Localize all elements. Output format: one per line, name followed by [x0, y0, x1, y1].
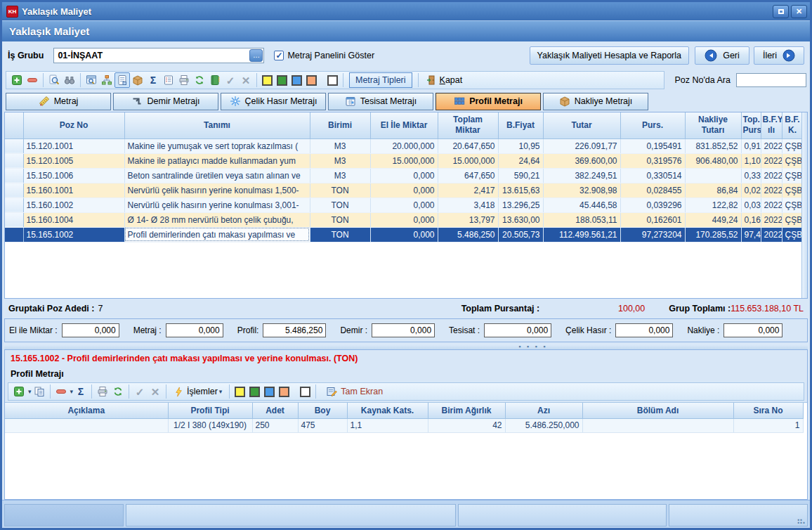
hierarchy-icon[interactable] [99, 72, 114, 88]
cell[interactable]: ÇŞB [782, 227, 803, 242]
column-header[interactable]: Purs. [620, 112, 685, 138]
cell[interactable]: 13,797 [438, 212, 498, 227]
refresh-icon[interactable] [192, 72, 207, 88]
apply-icon[interactable]: ✓ [223, 72, 238, 88]
cell[interactable]: 15.120.1005 [23, 153, 124, 168]
cell[interactable]: Makine ile yumuşak ve sert toprak kazılm… [124, 138, 310, 153]
sum-icon[interactable]: Σ [145, 72, 161, 88]
detail-cancel-icon[interactable]: ✕ [148, 384, 163, 399]
cell[interactable]: 3,418 [438, 198, 498, 212]
cell[interactable]: 0,039296 [620, 198, 685, 212]
column-header[interactable]: B.F. K. [782, 112, 803, 138]
package-icon[interactable] [130, 72, 145, 88]
cell[interactable]: 170.285,52 [685, 227, 741, 242]
cell[interactable]: 647,650 [438, 168, 498, 183]
cell[interactable]: Profil demirlerinden çatı makası yapılma… [124, 227, 310, 242]
cell[interactable]: 0,000 [370, 183, 438, 198]
cell[interactable]: ÇŞB [782, 212, 803, 227]
cell[interactable]: 0,000 [370, 227, 438, 242]
cancel-icon[interactable]: ✕ [238, 72, 254, 88]
cell[interactable]: 369.600,00 [543, 153, 620, 168]
column-header[interactable]: Profil Tipi [168, 403, 252, 418]
cell[interactable]: 0,000 [370, 212, 438, 227]
ileri-button[interactable]: İleri [754, 46, 804, 65]
column-header[interactable]: Boy [298, 403, 347, 418]
detail-printer-icon[interactable] [95, 384, 110, 399]
color-white-swatch[interactable] [327, 75, 338, 86]
column-header[interactable]: Adet [252, 403, 298, 418]
copy-rows-icon[interactable] [32, 384, 47, 399]
cell[interactable]: 449,24 [685, 212, 741, 227]
column-header[interactable]: El İle Miktar [370, 112, 438, 138]
cell[interactable]: ÇŞB [782, 198, 803, 212]
cell[interactable]: TON [310, 227, 370, 242]
binoculars-search-icon[interactable] [62, 72, 77, 88]
column-header[interactable]: Azı [505, 403, 582, 418]
cell[interactable]: 475 [298, 418, 347, 432]
is-grubu-combobox[interactable]: 01-İNŞAAT … [53, 48, 264, 63]
table-row[interactable]: 15.160.1002Nervürlü çelik hasırın yerine… [5, 198, 803, 212]
cell[interactable]: 0,33 [741, 168, 761, 183]
table-row[interactable]: 1/2 I 380 (149x190)2504751,1425.486.250,… [5, 418, 803, 432]
cell[interactable]: 45.446,58 [543, 198, 620, 212]
cell[interactable]: 0,028455 [620, 183, 685, 198]
maximize-button[interactable] [773, 5, 789, 18]
notebook-icon[interactable] [207, 72, 223, 88]
cell[interactable]: 2022 [761, 227, 782, 242]
cell[interactable]: ÇŞB [782, 168, 803, 183]
column-header[interactable]: Toplam Miktar [438, 112, 498, 138]
cell[interactable]: 5.486.250,000 [505, 418, 582, 432]
total-field-input[interactable]: 0,000 [62, 323, 119, 337]
cell[interactable]: 42 [428, 418, 505, 432]
column-header[interactable]: Açıklama [5, 403, 168, 418]
cell[interactable]: 1,10 [741, 153, 761, 168]
column-header[interactable]: Birimi [310, 112, 370, 138]
column-header[interactable]: Nakliye Tutarı [685, 112, 741, 138]
tab-nakliye-metraji[interactable]: Nakliye Metrajı [543, 93, 648, 110]
cell[interactable]: 20.000,000 [370, 138, 438, 153]
detail-color-orange-swatch[interactable] [279, 387, 289, 397]
column-header[interactable]: Poz No [23, 112, 124, 138]
cell[interactable]: 32.908,98 [543, 183, 620, 198]
row-indicator[interactable] [5, 183, 23, 198]
cell[interactable] [5, 418, 168, 432]
total-field-input[interactable]: 0,000 [166, 323, 223, 337]
cell[interactable]: 10,95 [498, 138, 543, 153]
detail-sum-icon[interactable]: Σ [73, 384, 89, 399]
cell[interactable]: 2022 [761, 198, 782, 212]
column-header[interactable]: B.Fiyat [498, 112, 543, 138]
cell[interactable]: 122,82 [685, 198, 741, 212]
total-field-input[interactable]: 0,000 [723, 323, 782, 337]
cell[interactable]: 0,330514 [620, 168, 685, 183]
row-indicator[interactable] [5, 212, 23, 227]
cell[interactable]: 250 [252, 418, 298, 432]
column-header[interactable]: Kaynak Kats. [347, 403, 428, 418]
total-field-input[interactable]: 0,000 [372, 323, 435, 337]
vertical-scrollbar[interactable] [801, 112, 807, 298]
cell[interactable]: 382.249,51 [543, 168, 620, 183]
cell[interactable]: 20.505,73 [498, 227, 543, 242]
remove-row-icon[interactable] [25, 72, 40, 88]
column-header[interactable]: Top. Purs [741, 112, 761, 138]
column-header[interactable]: Sıra No [733, 403, 803, 418]
row-indicator[interactable] [5, 168, 23, 183]
cell[interactable]: 97,273204 [620, 227, 685, 242]
column-header[interactable]: Tutar [543, 112, 620, 138]
add-row-icon[interactable] [9, 72, 25, 88]
cell[interactable]: 2,417 [438, 183, 498, 198]
detail-color-yellow-swatch[interactable] [235, 387, 245, 397]
cell[interactable]: M3 [310, 168, 370, 183]
cell[interactable]: 0,162601 [620, 212, 685, 227]
hesapla-raporla-button[interactable]: Yaklaşık Maliyeti Hesapla ve Raporla [530, 46, 689, 65]
document-view-icon[interactable] [114, 72, 130, 88]
cell[interactable]: 13.296,25 [498, 198, 543, 212]
row-indicator[interactable] [5, 227, 23, 242]
cell[interactable]: 0,195491 [620, 138, 685, 153]
table-row[interactable]: 15.120.1005Makine ile patlayıcı madde ku… [5, 153, 803, 168]
total-field-input[interactable]: 0,000 [615, 323, 673, 337]
total-field-input[interactable]: 5.486,250 [263, 323, 326, 337]
metraj-tipleri-button[interactable]: Metraj Tipleri [349, 72, 412, 88]
column-header[interactable]: Tanımı [124, 112, 310, 138]
cell[interactable] [582, 418, 733, 432]
cell[interactable]: 5.486,250 [438, 227, 498, 242]
